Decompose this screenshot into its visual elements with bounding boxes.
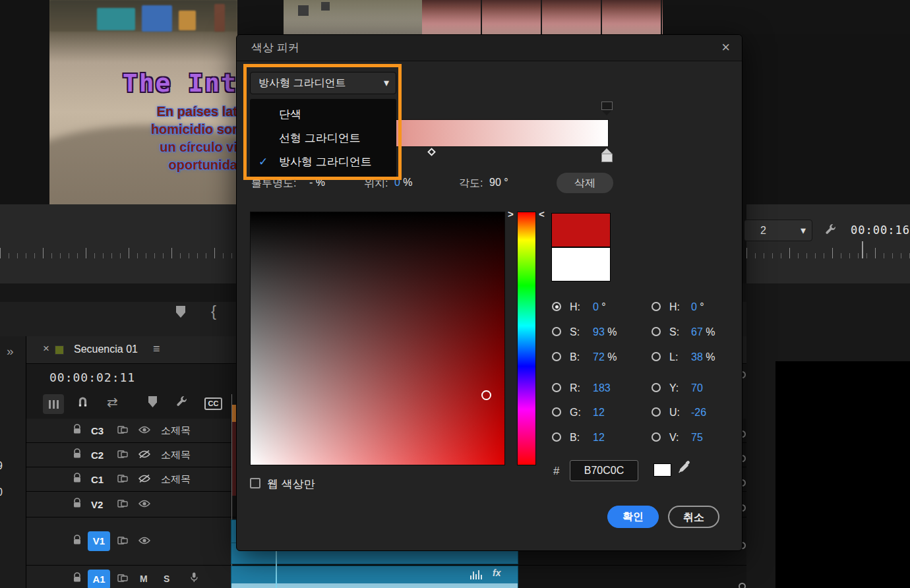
fill-type-dropdown[interactable]: 방사형 그라디언트 ▾ <box>250 72 396 94</box>
radio-g[interactable] <box>552 407 561 417</box>
track-name: 소제목 <box>161 473 191 486</box>
radio-s2[interactable] <box>652 327 661 336</box>
track-label[interactable]: C2 <box>91 450 104 461</box>
value-row-g: G: 12 <box>552 407 651 419</box>
angle-value[interactable]: 90 ° <box>489 177 508 189</box>
lock-icon[interactable] <box>73 448 82 461</box>
voiceover-mic-icon[interactable] <box>190 572 198 586</box>
radio-l[interactable] <box>652 352 661 361</box>
hue-arrow-left-icon[interactable]: > <box>508 208 514 220</box>
track-label[interactable]: C3 <box>91 425 104 436</box>
solo-button[interactable]: S <box>164 573 169 584</box>
previous-color-swatch <box>551 247 611 281</box>
eye-icon[interactable] <box>138 425 150 436</box>
menu-item-radial-gradient[interactable]: ✓ 방사형 그라디언트 <box>250 150 396 174</box>
radio-h2[interactable] <box>652 302 661 311</box>
clipped-edge-digit: 9 <box>0 460 3 472</box>
timeline-settings-wrench-icon[interactable] <box>175 395 188 410</box>
radio-b[interactable] <box>552 352 561 361</box>
hue-arrow-right-icon[interactable]: < <box>539 208 545 220</box>
mute-button[interactable]: M <box>140 573 148 584</box>
source-assign-icon[interactable] <box>117 498 128 510</box>
expand-panel-chevrons[interactable]: » <box>7 344 14 359</box>
gradient-color-stop[interactable] <box>601 154 613 162</box>
track-label[interactable]: C1 <box>91 474 104 485</box>
caption-line: En países lat <box>157 104 237 119</box>
timeline-ruler-right[interactable] <box>746 244 910 258</box>
lock-icon[interactable] <box>73 535 82 548</box>
mural-art <box>179 11 196 30</box>
wrench-icon[interactable] <box>824 223 837 238</box>
clip-fx-badge[interactable]: fx <box>493 568 501 578</box>
eye-icon[interactable] <box>138 498 150 510</box>
menu-item-solid[interactable]: 단색 <box>250 103 396 127</box>
hex-input[interactable] <box>570 460 638 481</box>
gradient-midpoint-diamond[interactable] <box>427 148 436 156</box>
source-assign-icon[interactable] <box>117 473 128 485</box>
lock-icon[interactable] <box>73 424 82 437</box>
filmstrip-frames-pink <box>422 0 663 34</box>
lock-icon[interactable] <box>73 473 82 486</box>
right-upper-band: 2 ▾ 00:00:16: <box>746 204 910 283</box>
insert-brace-icon[interactable]: { <box>211 302 216 320</box>
source-assign-icon[interactable] <box>117 535 128 547</box>
radio-h[interactable] <box>552 302 561 311</box>
radio-r[interactable] <box>552 383 561 392</box>
source-assign-icon[interactable] <box>117 449 128 461</box>
resolution-dropdown[interactable]: 2 ▾ <box>744 220 812 241</box>
cancel-button[interactable]: 취소 <box>668 506 719 528</box>
close-icon[interactable]: × <box>721 39 730 56</box>
eye-off-icon[interactable] <box>138 473 150 485</box>
add-marker-icon[interactable] <box>148 396 157 407</box>
opacity-label: 불투명도: <box>251 177 296 191</box>
position-value[interactable]: 0 % <box>394 177 413 189</box>
opacity-value[interactable]: - % <box>309 177 325 189</box>
playhead-timecode[interactable]: 00:00:02:11 <box>49 370 135 384</box>
gradient-opacity-stop[interactable] <box>601 102 613 110</box>
ripple-edit-icon[interactable]: ⇄ <box>107 394 118 410</box>
captions-cc-icon[interactable]: CC <box>204 397 222 410</box>
track-toggle-ring[interactable] <box>739 583 746 588</box>
hue-slider[interactable] <box>517 212 536 465</box>
audio-waveform-strip <box>231 583 518 588</box>
lock-icon[interactable] <box>73 498 82 511</box>
radio-b2[interactable] <box>552 432 561 442</box>
source-assign-icon[interactable] <box>117 573 128 585</box>
sequence-tab-title[interactable]: Secuencia 01 <box>74 343 138 355</box>
color-field[interactable] <box>250 212 505 465</box>
audio-clip-a1[interactable]: fx <box>231 566 518 588</box>
track-tools-button[interactable] <box>43 394 64 414</box>
video-title-overlay: The Int <box>49 69 237 98</box>
web-colors-only-checkbox[interactable] <box>250 478 260 488</box>
radio-u[interactable] <box>652 407 661 417</box>
radio-s[interactable] <box>552 327 561 336</box>
timeline-left-rail: » 9 0 <box>0 336 26 588</box>
eye-off-icon[interactable] <box>138 449 150 461</box>
radio-v[interactable] <box>652 432 661 442</box>
track-label[interactable]: V2 <box>91 499 103 510</box>
radio-y[interactable] <box>652 383 661 392</box>
value-row-v: V: 75 <box>652 432 750 444</box>
track-target-badge-v1[interactable]: V1 <box>88 531 110 551</box>
delete-stop-button[interactable]: 삭제 <box>557 173 613 193</box>
eye-icon[interactable] <box>138 535 150 547</box>
dialog-title: 색상 피커 <box>251 35 299 61</box>
value-row-h2: H: 0 ° <box>652 301 750 313</box>
snap-magnet-icon[interactable] <box>78 396 88 410</box>
caption-line: oportunida <box>169 158 237 172</box>
eyedropper-icon[interactable] <box>676 460 692 479</box>
color-field-cursor[interactable] <box>481 390 491 400</box>
close-tab-icon[interactable]: × <box>43 342 49 355</box>
person-figure <box>214 4 225 32</box>
ok-button[interactable]: 확인 <box>607 506 659 528</box>
menu-item-linear-gradient[interactable]: 선형 그라디언트 <box>250 127 396 150</box>
lock-icon[interactable] <box>73 572 82 585</box>
dialog-titlebar[interactable]: 색상 피커 × <box>237 35 742 61</box>
source-assign-icon[interactable] <box>117 425 128 436</box>
timeline-ruler[interactable] <box>0 244 237 258</box>
resolution-dropdown-value: 2 <box>760 220 766 241</box>
caption-line: un círculo vi <box>160 140 237 154</box>
marker-icon[interactable] <box>176 306 185 318</box>
track-target-badge-a1[interactable]: A1 <box>88 570 110 588</box>
panel-menu-icon[interactable]: ≡ <box>153 342 160 356</box>
